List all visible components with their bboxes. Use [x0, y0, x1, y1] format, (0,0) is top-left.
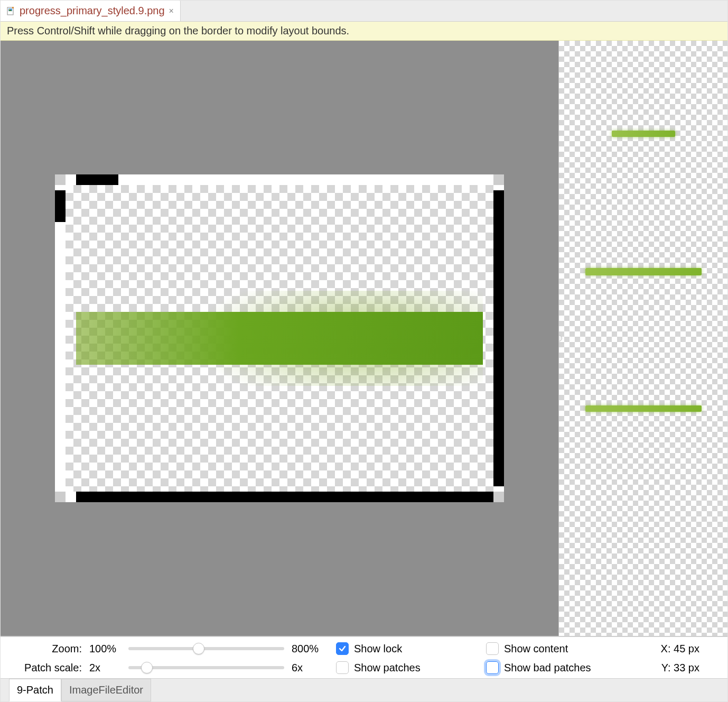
preview-sample	[612, 131, 675, 137]
stretch-marker-top[interactable]	[76, 174, 118, 185]
corner-handle[interactable]	[55, 492, 66, 502]
slider-thumb[interactable]	[193, 643, 204, 654]
controls-row-2: Patch scale: 2x 6x Show patches Show bad…	[8, 661, 720, 674]
show-patches-label: Show patches	[354, 662, 421, 674]
nine-patch-editor: progress_primary_styled.9.png × Press Co…	[0, 0, 728, 702]
corner-handle[interactable]	[55, 174, 66, 185]
show-lock-label: Show lock	[354, 643, 402, 655]
svg-rect-3	[12, 7, 14, 8]
patch-scale-min: 2x	[89, 662, 121, 674]
zoom-max: 800%	[292, 643, 329, 655]
editor-sub-tabs: 9-Patch ImageFileEditor	[1, 678, 727, 701]
progress-bar-graphic	[76, 312, 483, 365]
controls-panel: Zoom: 100% 800% Show lock Show content X…	[1, 636, 727, 678]
corner-handle[interactable]	[493, 174, 504, 185]
stretch-marker-left[interactable]	[55, 190, 66, 222]
tab-imagefileeditor[interactable]: ImageFileEditor	[61, 679, 151, 701]
zoom-label: Zoom:	[8, 643, 82, 655]
show-bad-patches-group: Show bad patches	[486, 661, 629, 674]
preview-sample	[585, 405, 702, 412]
patch-scale-slider[interactable]	[128, 666, 284, 669]
stretch-marker-right[interactable]	[493, 190, 504, 486]
tab-9patch[interactable]: 9-Patch	[9, 679, 61, 701]
canvas-pane[interactable]	[1, 41, 558, 636]
show-lock-group: Show lock	[336, 642, 479, 655]
file-tab-label: progress_primary_styled.9.png	[20, 5, 165, 17]
preview-sample	[585, 268, 702, 275]
show-bad-patches-label: Show bad patches	[504, 662, 591, 674]
show-lock-checkbox[interactable]	[336, 642, 349, 655]
file-tabs: progress_primary_styled.9.png ×	[1, 1, 727, 22]
patch-scale-max: 6x	[292, 662, 329, 674]
show-content-label: Show content	[504, 643, 568, 655]
image-file-icon	[7, 7, 15, 15]
corner-handle[interactable]	[493, 492, 504, 502]
controls-row-1: Zoom: 100% 800% Show lock Show content X…	[8, 642, 720, 655]
preview-pane	[558, 41, 727, 636]
show-patches-group: Show patches	[336, 661, 479, 674]
show-bad-patches-checkbox[interactable]	[486, 661, 499, 674]
nine-patch-canvas[interactable]	[55, 174, 504, 502]
hint-bar: Press Control/Shift while dragging on th…	[1, 22, 727, 41]
close-icon[interactable]: ×	[169, 6, 174, 16]
editor-area	[1, 41, 727, 636]
y-coordinate: Y: 33 px	[636, 662, 699, 674]
show-patches-checkbox[interactable]	[336, 661, 349, 674]
zoom-min: 100%	[89, 643, 121, 655]
file-tab-active[interactable]: progress_primary_styled.9.png ×	[1, 1, 181, 22]
zoom-slider[interactable]	[128, 647, 284, 650]
tab-filler	[181, 1, 727, 22]
show-content-checkbox[interactable]	[486, 642, 499, 655]
image-content	[66, 185, 493, 492]
transparency-grid	[559, 41, 727, 636]
x-coordinate: X: 45 px	[636, 643, 699, 655]
patch-scale-label: Patch scale:	[8, 662, 82, 674]
stretch-marker-bottom[interactable]	[76, 492, 493, 502]
show-content-group: Show content	[486, 642, 629, 655]
slider-thumb[interactable]	[141, 662, 153, 673]
